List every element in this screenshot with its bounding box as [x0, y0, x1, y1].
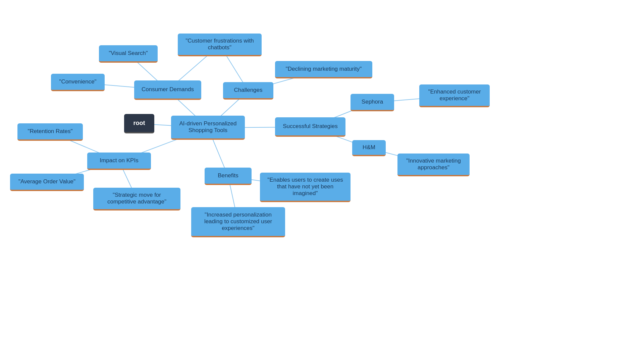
node-innovative_marketing[interactable]: "Innovative marketing approaches" [397, 154, 470, 176]
node-convenience[interactable]: "Convenience" [51, 74, 105, 91]
node-increased_personalization[interactable]: "Increased personalization leading to cu… [191, 207, 285, 237]
node-successful_strategies[interactable]: Successful Strategies [275, 117, 345, 137]
node-challenges[interactable]: Challenges [223, 82, 273, 100]
node-root[interactable]: root [124, 114, 154, 133]
node-declining_marketing[interactable]: "Declining marketing maturity" [275, 61, 372, 78]
node-average_order[interactable]: "Average Order Value" [10, 174, 84, 191]
node-retention_rates[interactable]: "Retention Rates" [17, 123, 83, 141]
node-hm[interactable]: H&M [352, 140, 386, 156]
node-consumer_demands[interactable]: Consumer Demands [134, 80, 201, 100]
node-strategic_move[interactable]: "Strategic move for competitive advantag… [93, 188, 180, 210]
node-benefits[interactable]: Benefits [205, 168, 252, 185]
node-customer_frustrations[interactable]: "Customer frustrations with chatbots" [178, 34, 262, 56]
node-impact_kpis[interactable]: Impact on KPIs [87, 153, 151, 170]
node-enhanced_customer[interactable]: "Enhanced customer experience" [419, 84, 490, 107]
node-main[interactable]: AI-driven Personalized Shopping Tools [171, 116, 245, 140]
node-enables_users[interactable]: "Enables users to create uses that have … [260, 173, 351, 202]
node-visual_search[interactable]: "Visual Search" [99, 45, 158, 63]
mindmap-canvas: rootAI-driven Personalized Shopping Tool… [0, 0, 644, 362]
node-sephora[interactable]: Sephora [351, 94, 394, 111]
